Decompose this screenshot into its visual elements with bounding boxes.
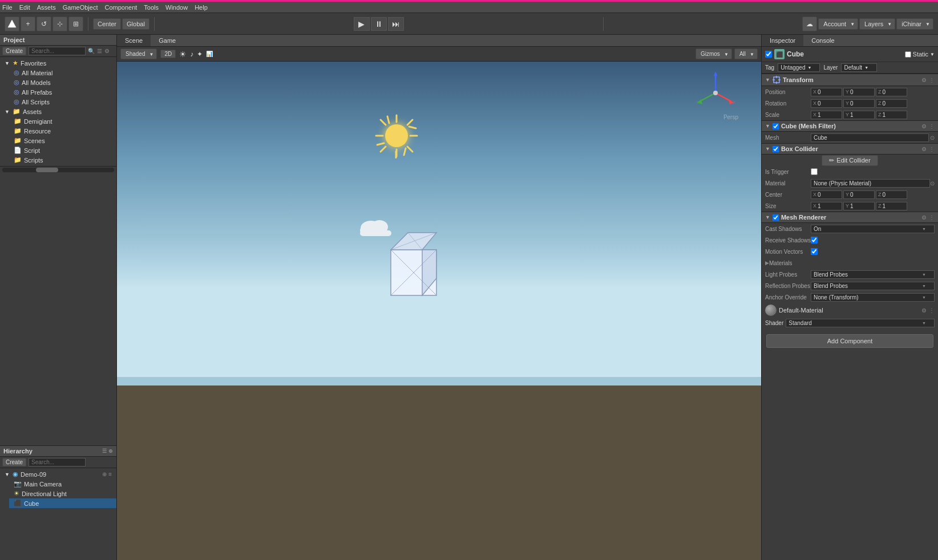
refresh-btn[interactable]: ↺ (37, 17, 51, 31)
light-probes-dropdown[interactable]: Blend Probes (811, 270, 935, 279)
fav-all-scripts[interactable]: ◎ All Scripts (9, 97, 116, 107)
favorites-group[interactable]: ★ Favorites (0, 58, 116, 68)
static-checkbox[interactable] (905, 51, 911, 58)
asset-scripts[interactable]: 📁 Scripts (9, 155, 116, 165)
step-btn[interactable]: ⏭ (388, 17, 404, 31)
reflection-probes-dropdown[interactable]: Blend Probes (811, 282, 935, 290)
menu-assets[interactable]: Assets (37, 4, 56, 11)
layers-dropdown[interactable]: Layers (859, 18, 895, 30)
mesh-filter-settings-icon[interactable]: ⚙ (921, 123, 927, 129)
add-component-btn[interactable]: Add Component (766, 334, 933, 348)
game-tab[interactable]: Game (151, 35, 184, 46)
gizmos-dropdown[interactable]: Gizmos (696, 48, 732, 59)
collider-material-target-icon[interactable]: ⊙ (930, 180, 935, 186)
object-active-checkbox[interactable] (765, 51, 772, 58)
scale-z-field[interactable]: Z1 (876, 111, 907, 119)
audio-icon[interactable]: ♪ (190, 50, 193, 58)
menu-edit[interactable]: Edit (19, 4, 30, 11)
pause-btn[interactable]: ⏸ (371, 17, 387, 31)
mesh-value-field[interactable]: Cube (811, 133, 929, 142)
project-create-btn[interactable]: Create (2, 47, 26, 55)
main-camera-item[interactable]: 📷 Main Camera (9, 479, 116, 489)
asset-scenes[interactable]: 📁 Scenes (9, 136, 116, 145)
asset-demigiant[interactable]: 📁 Demigiant (9, 116, 116, 126)
menu-tools[interactable]: Tools (144, 4, 159, 11)
fav-all-prefabs[interactable]: ◎ All Prefabs (9, 87, 116, 97)
assets-group[interactable]: 📁 Assets (0, 107, 116, 116)
mesh-target-icon[interactable]: ⊙ (930, 135, 935, 141)
menu-help[interactable]: Help (195, 4, 208, 11)
collider-material-field[interactable]: None (Physic Material) (811, 179, 930, 188)
project-search-input[interactable] (29, 47, 86, 55)
box-collider-active[interactable] (773, 146, 779, 152)
stats-icon[interactable]: 📊 (206, 51, 213, 57)
mesh-renderer-overflow-icon[interactable]: ⋮ (929, 214, 935, 221)
unity-logo-btn[interactable] (5, 17, 19, 31)
materials-expand[interactable]: ▶ (765, 260, 769, 266)
rotation-x-field[interactable]: X0 (811, 99, 842, 108)
account-dropdown[interactable]: Account (818, 18, 858, 30)
global-btn[interactable]: Global (122, 18, 149, 30)
fav-all-models[interactable]: ◎ All Models (9, 78, 116, 87)
size-z-field[interactable]: Z1 (876, 202, 907, 210)
ichinar-dropdown[interactable]: iChinar (896, 18, 933, 30)
scene-tab[interactable]: Scene (117, 35, 151, 46)
scene-options[interactable]: ⊕ ≡ (102, 471, 112, 477)
hierarchy-search-input[interactable] (29, 458, 86, 466)
rotation-y-field[interactable]: Y0 (843, 99, 875, 108)
effects-icon[interactable]: ✦ (197, 50, 203, 58)
project-scrollbar[interactable] (0, 166, 116, 173)
directional-light-item[interactable]: ☀ Directional Light (9, 489, 116, 498)
center-x-field[interactable]: X0 (811, 190, 842, 199)
center-btn[interactable]: Center (93, 18, 121, 30)
tag-dropdown[interactable]: Untagged (778, 63, 820, 72)
menu-file[interactable]: File (2, 4, 13, 11)
menu-gameobject[interactable]: GameObject (63, 4, 98, 11)
scale-y-field[interactable]: Y1 (843, 111, 875, 119)
scene-view[interactable]: X Y Z Persp (117, 62, 761, 560)
inspector-tab[interactable]: Inspector (762, 35, 803, 46)
fav-all-material[interactable]: ◎ All Material (9, 68, 116, 78)
play-btn[interactable]: ▶ (354, 17, 370, 31)
material-settings-icon[interactable]: ⚙ (921, 307, 927, 314)
center-z-field[interactable]: Z0 (876, 190, 907, 199)
position-x-field[interactable]: X0 (811, 88, 842, 96)
asset-resource[interactable]: 📁 Resource (9, 126, 116, 136)
console-tab[interactable]: Console (803, 35, 842, 46)
is-trigger-checkbox[interactable] (811, 168, 818, 175)
lighting-icon[interactable]: ☀ (179, 50, 187, 59)
scale-x-field[interactable]: X1 (811, 111, 842, 119)
motion-vectors-checkbox[interactable] (811, 248, 818, 255)
box-collider-overflow-icon[interactable]: ⋮ (929, 146, 935, 152)
mesh-renderer-header[interactable]: ▼ Mesh Renderer ⚙ ⋮ (762, 212, 938, 223)
project-tab[interactable]: Project (3, 36, 25, 43)
size-y-field[interactable]: Y1 (843, 202, 875, 210)
edit-collider-btn[interactable]: ✏ Edit Collider (822, 155, 878, 166)
box-collider-header[interactable]: ▼ Box Collider ⚙ ⋮ (762, 143, 938, 155)
material-overflow-icon[interactable]: ⋮ (929, 307, 935, 314)
cube-item[interactable]: ⬛ Cube (9, 498, 116, 508)
position-z-field[interactable]: Z0 (876, 88, 907, 96)
size-x-field[interactable]: X1 (811, 202, 842, 210)
position-y-field[interactable]: Y0 (843, 88, 875, 96)
hierarchy-create-btn[interactable]: Create (2, 458, 26, 466)
box-collider-settings-icon[interactable]: ⚙ (921, 146, 927, 152)
mesh-renderer-settings-icon[interactable]: ⚙ (921, 214, 927, 221)
anchor-override-dropdown[interactable]: None (Transform) (811, 293, 935, 302)
asset-script[interactable]: 📄 Script (9, 145, 116, 155)
rotation-z-field[interactable]: Z0 (876, 99, 907, 108)
mesh-filter-header[interactable]: ▼ Cube (Mesh Filter) ⚙ ⋮ (762, 120, 938, 132)
transform-header[interactable]: ▼ Transform ⚙ ⋮ (762, 74, 938, 86)
menu-window[interactable]: Window (165, 4, 188, 11)
menu-component[interactable]: Component (104, 4, 137, 11)
layout-btn[interactable]: ⊞ (68, 17, 83, 31)
hierarchy-tab[interactable]: Hierarchy (3, 448, 33, 455)
select-btn[interactable]: ⊹ (52, 17, 67, 31)
static-dropdown-icon[interactable]: ▼ (930, 52, 935, 57)
mesh-filter-active[interactable] (773, 123, 779, 129)
add-btn[interactable]: + (21, 17, 35, 31)
mesh-filter-overflow-icon[interactable]: ⋮ (929, 123, 935, 129)
cloud-btn[interactable]: ☁ (802, 17, 817, 31)
center-y-field[interactable]: Y0 (843, 190, 875, 199)
object-name-field[interactable]: Cube (787, 50, 903, 58)
